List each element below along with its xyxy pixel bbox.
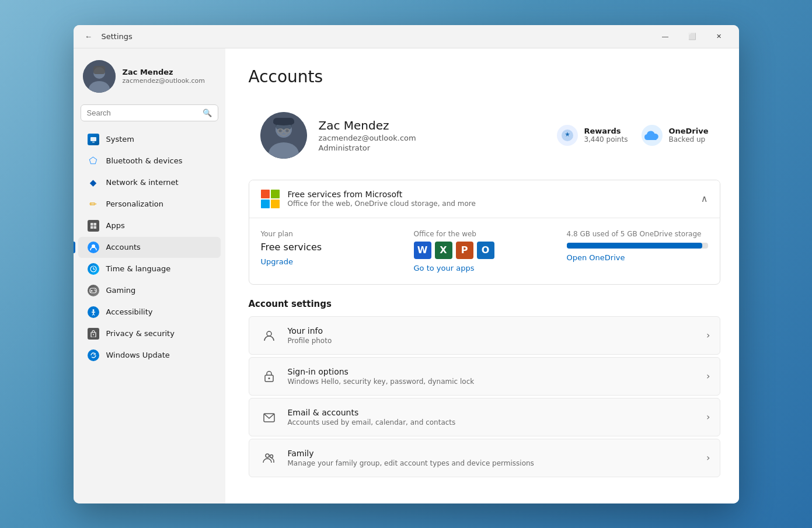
search-icon: 🔍 — [203, 109, 212, 117]
services-card: Free services from Microsoft Office for … — [249, 180, 720, 285]
logo-q1 — [261, 190, 270, 198]
family-info: Family Manage your family group, edit ac… — [288, 449, 707, 467]
sidebar-item-system-label: System — [106, 135, 134, 144]
profile-email: zacmendez@outlook.com — [319, 134, 557, 142]
your-info-icon — [259, 325, 280, 346]
email-accounts-item[interactable]: Email & accounts Accounts used by email,… — [249, 398, 720, 436]
sign-in-info: Sign-in options Windows Hello, security … — [288, 367, 707, 386]
page-title: Accounts — [249, 67, 720, 86]
bluetooth-icon: ⬠ — [88, 155, 99, 167]
sidebar-item-accessibility-label: Accessibility — [106, 307, 153, 316]
settings-window: ← Settings — ⬜ ✕ Za — [74, 25, 739, 503]
services-header[interactable]: Free services from Microsoft Office for … — [249, 180, 720, 218]
svg-rect-30 — [273, 118, 294, 125]
sidebar-item-network[interactable]: ◆ Network & internet — [78, 172, 221, 193]
sidebar-profile-info: Zac Mendez zacmendez@outlook.com — [123, 68, 216, 85]
your-info-item[interactable]: Your info Profile photo › — [249, 316, 720, 355]
go-to-apps-link[interactable]: Go to your apps — [414, 264, 555, 272]
svg-point-32 — [285, 129, 288, 132]
open-onedrive-link[interactable]: Open OneDrive — [567, 253, 708, 262]
network-icon: ◆ — [88, 177, 99, 188]
svg-point-41 — [266, 454, 269, 457]
onedrive-icon — [642, 125, 663, 146]
profile-avatar — [260, 112, 307, 159]
family-item[interactable]: Family Manage your family group, edit ac… — [249, 439, 720, 477]
sidebar-item-update-label: Windows Update — [106, 351, 170, 359]
update-icon — [88, 349, 99, 361]
sidebar-item-accounts-label: Accounts — [106, 243, 141, 251]
sidebar-profile: Zac Mendez zacmendez@outlook.com — [74, 55, 225, 102]
sign-in-arrow-icon: › — [706, 370, 710, 382]
svg-rect-7 — [93, 223, 96, 226]
time-icon — [88, 263, 99, 275]
back-button[interactable]: ← — [81, 28, 97, 44]
maximize-button[interactable]: ⬜ — [679, 27, 705, 46]
sidebar-item-system[interactable]: System — [78, 129, 221, 150]
email-accounts-title: Email & accounts — [288, 408, 707, 417]
sidebar-item-accounts[interactable]: Accounts — [78, 237, 221, 258]
sidebar-item-apps-label: Apps — [106, 221, 125, 230]
svg-rect-8 — [90, 226, 93, 229]
svg-point-24 — [93, 334, 94, 335]
microsoft-logo — [261, 190, 280, 208]
accounts-icon — [88, 242, 99, 253]
search-box[interactable]: 🔍 — [81, 104, 218, 121]
services-subtitle: Office for the web, OneDrive cloud stora… — [288, 200, 701, 208]
services-plan-col: Your plan Free services Upgrade — [261, 230, 402, 272]
svg-rect-6 — [90, 223, 93, 226]
sidebar-profile-name: Zac Mendez — [123, 68, 216, 76]
logo-q3 — [261, 200, 270, 208]
svg-point-31 — [278, 129, 281, 132]
sidebar-item-bluetooth[interactable]: ⬠ Bluetooth & devices — [78, 151, 221, 172]
email-accounts-info: Email & accounts Accounts used by email,… — [288, 408, 707, 426]
family-arrow-icon: › — [706, 452, 710, 463]
sidebar-item-time[interactable]: Time & language — [78, 258, 221, 279]
window-title: Settings — [102, 32, 133, 41]
sidebar-item-personalization[interactable]: ✏ Personalization — [78, 194, 221, 215]
svg-rect-3 — [93, 66, 105, 74]
svg-rect-5 — [92, 142, 95, 142]
svg-point-42 — [270, 454, 273, 457]
window-controls: — ⬜ ✕ — [653, 27, 732, 46]
gaming-icon — [88, 285, 99, 296]
profile-role: Administrator — [319, 144, 557, 152]
onedrive-info: OneDrive Backed up — [668, 127, 708, 144]
sign-in-icon — [259, 366, 280, 387]
office-label: Office for the web — [414, 230, 555, 238]
minimize-button[interactable]: — — [653, 27, 678, 46]
sidebar-item-apps[interactable]: Apps — [78, 215, 221, 236]
sidebar-item-privacy[interactable]: Privacy & security — [78, 323, 221, 344]
close-button[interactable]: ✕ — [706, 27, 732, 46]
storage-bar — [567, 243, 708, 249]
account-settings-title: Account settings — [249, 299, 720, 309]
outlook-icon: O — [477, 242, 494, 259]
sidebar-item-gaming[interactable]: Gaming — [78, 280, 221, 301]
sidebar-item-accessibility[interactable]: Accessibility — [78, 302, 221, 323]
accessibility-icon — [88, 306, 99, 318]
storage-bar-fill — [567, 243, 702, 249]
sidebar-item-time-label: Time & language — [106, 264, 171, 273]
content-area: Zac Mendez zacmendez@outlook.com 🔍 Syste… — [74, 48, 739, 503]
your-info-desc: Profile photo — [288, 337, 707, 345]
search-input[interactable] — [87, 109, 199, 117]
profile-badges: Rewards 3,440 points OneDrive Backed up — [557, 125, 708, 146]
services-chevron-icon: ∧ — [701, 193, 708, 204]
email-accounts-arrow-icon: › — [706, 411, 710, 422]
logo-q2 — [271, 190, 280, 198]
upgrade-link[interactable]: Upgrade — [261, 257, 402, 266]
services-office-col: Office for the web W X P O Go to your ap… — [414, 230, 555, 272]
title-bar-left: ← Settings — [81, 28, 133, 44]
onedrive-title: OneDrive — [668, 127, 708, 135]
services-header-info: Free services from Microsoft Office for … — [288, 190, 701, 208]
sign-in-item[interactable]: Sign-in options Windows Hello, security … — [249, 357, 720, 396]
services-title: Free services from Microsoft — [288, 190, 701, 199]
svg-point-19 — [92, 309, 94, 311]
profile-card: Zac Mendez zacmendez@outlook.com Adminis… — [249, 100, 720, 170]
your-info-info: Your info Profile photo — [288, 326, 707, 345]
sidebar-item-privacy-label: Privacy & security — [106, 329, 175, 338]
sidebar-item-update[interactable]: Windows Update — [78, 345, 221, 366]
svg-point-37 — [267, 331, 271, 336]
logo-q4 — [271, 200, 280, 208]
family-desc: Manage your family group, edit account t… — [288, 459, 707, 467]
svg-point-18 — [95, 290, 96, 291]
